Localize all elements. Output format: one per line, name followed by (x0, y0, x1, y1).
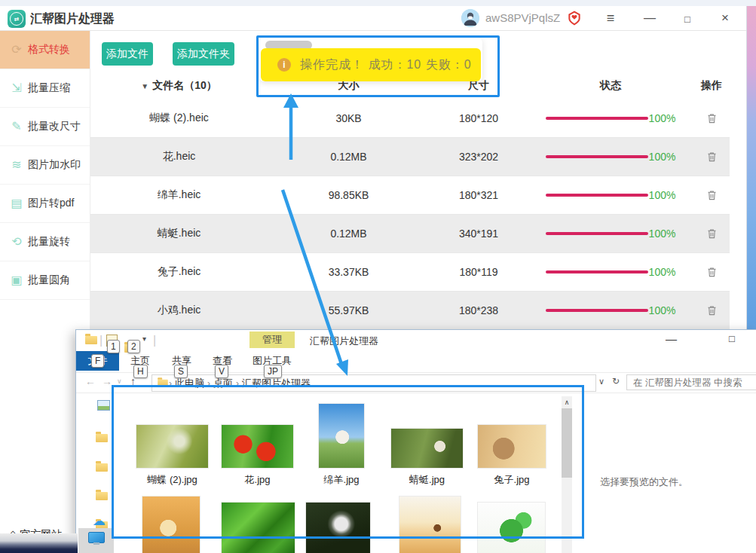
folder-icon[interactable] (96, 492, 108, 500)
qat-caret-icon[interactable]: ▾ (142, 335, 146, 343)
add-file-button[interactable]: 添加文件 (102, 42, 153, 66)
address-dropdown-icon[interactable]: ∨ (598, 377, 604, 386)
sidebar-item-watermark[interactable]: ≋ 图片加水印 (0, 146, 90, 185)
refresh-icon[interactable]: ↻ (612, 376, 620, 386)
keytip-file: F (91, 354, 104, 368)
header-status: 状态 (528, 72, 693, 99)
sort-icon[interactable]: ▼ (141, 82, 148, 90)
vip-badge-icon[interactable] (567, 11, 582, 29)
header-filename[interactable]: ▼ 文件名（10） (90, 72, 268, 99)
table-row[interactable]: 蝴蝶 (2).heic 30KB 180*120 100% (90, 99, 730, 138)
progress-bar (546, 155, 648, 158)
app-close-button[interactable]: × (716, 10, 734, 26)
annotation-box-toast (256, 35, 500, 97)
this-pc-icon (88, 532, 105, 543)
table-row[interactable]: 小鸡.heic 55.97KB 180*238 100% (90, 292, 730, 330)
delete-icon[interactable] (706, 304, 718, 316)
progress-bar (546, 117, 648, 120)
sidebar-item-rounded-corner[interactable]: ▣ 批量圆角 (0, 261, 90, 300)
rotate-icon: ⟲ (10, 234, 23, 249)
preview-hint: 选择要预览的文件。 (600, 475, 688, 489)
app-titlebar: ⇄ 汇帮图片处理器 awS8PVjPqlsZ ≡ — □ × (0, 6, 746, 31)
onedrive-icon[interactable]: ☁ (93, 513, 106, 529)
separator: | (153, 334, 156, 347)
manage-ribbon-tab[interactable]: 管理 (249, 331, 295, 348)
progress-cell: 100% (528, 138, 693, 176)
delete-icon[interactable] (706, 228, 718, 240)
forward-icon[interactable]: → (102, 375, 112, 387)
table-row[interactable]: 蜻蜓.heic 0.12MB 340*191 100% (90, 215, 730, 253)
keytip-qat1: 1 (107, 340, 120, 353)
table-row[interactable]: 兔子.heic 33.37KB 180*119 100% (90, 253, 730, 292)
keytip-qat2: 2 (127, 340, 140, 353)
sidebar-item-image-to-pdf[interactable]: ▤ 图片转pdf (0, 185, 90, 223)
explorer-maximize-button[interactable]: □ (729, 333, 735, 344)
file-table: 蝴蝶 (2).heic 30KB 180*120 100% 花.heic 0.1… (90, 99, 730, 325)
taskbar-corner (0, 533, 78, 553)
resize-icon: ✎ (10, 119, 23, 133)
progress-bar (546, 194, 648, 197)
keytip-picture-tools: JP (264, 365, 282, 378)
progress-cell: 100% (528, 292, 693, 329)
sidebar-item-batch-resize[interactable]: ✎ 批量改尺寸 (0, 108, 90, 146)
explorer-minimize-button[interactable]: — (666, 332, 677, 345)
app-minimize-button[interactable]: — (641, 10, 659, 26)
compress-icon: ⇲ (10, 81, 23, 95)
this-pc-nav-item[interactable] (78, 528, 114, 553)
folder-icon[interactable] (96, 434, 108, 442)
separator: | (99, 334, 103, 347)
convert-icon: ⟳ (10, 42, 23, 57)
table-row[interactable]: 花.heic 0.12MB 323*202 100% (90, 138, 730, 176)
keytip-home: H (133, 365, 148, 378)
background-window-edge (0, 0, 756, 6)
sidebar-item-batch-compress[interactable]: ⇲ 批量压缩 (0, 69, 90, 108)
progress-bar (546, 232, 648, 235)
keytip-view: V (215, 365, 228, 378)
app-logo-icon: ⇄ (8, 10, 26, 28)
progress-cell: 100% (528, 99, 693, 137)
pictures-nav-icon[interactable] (97, 400, 110, 411)
app-title: 汇帮图片处理器 (30, 11, 115, 27)
delete-icon[interactable] (706, 151, 718, 163)
progress-cell: 100% (528, 253, 693, 291)
add-folder-button[interactable]: 添加文件夹 (173, 42, 234, 66)
explorer-app-icon (85, 336, 97, 344)
sidebar-item-batch-rotate[interactable]: ⟲ 批量旋转 (0, 223, 90, 261)
progress-bar (546, 309, 648, 312)
search-input[interactable] (626, 374, 756, 390)
progress-cell: 100% (528, 176, 693, 214)
annotation-box-files (112, 385, 584, 539)
user-avatar[interactable] (461, 9, 479, 27)
delete-icon[interactable] (706, 112, 718, 124)
pdf-icon: ▤ (10, 196, 23, 210)
sidebar-item-format-convert[interactable]: ⟳ 格式转换 (0, 31, 90, 69)
progress-cell: 100% (528, 215, 693, 252)
menu-icon[interactable]: ≡ (601, 10, 620, 26)
progress-bar (546, 270, 648, 273)
header-action: 操作 (693, 72, 730, 99)
rounded-corner-icon: ▣ (10, 273, 23, 287)
folder-icon[interactable] (96, 463, 108, 472)
keytip-share: S (174, 365, 188, 378)
delete-icon[interactable] (706, 266, 718, 278)
explorer-title: 汇帮图片处理器 (310, 335, 378, 348)
delete-icon[interactable] (706, 189, 718, 201)
history-chevron-icon[interactable]: ∨ (117, 377, 122, 385)
watermark-icon: ≋ (10, 157, 23, 172)
app-maximize-button[interactable]: □ (678, 11, 696, 28)
username-label: awS8PVjPqlsZ (485, 11, 560, 24)
back-icon[interactable]: ← (85, 375, 96, 387)
table-row[interactable]: 绵羊.heic 98.85KB 180*321 100% (90, 176, 730, 215)
